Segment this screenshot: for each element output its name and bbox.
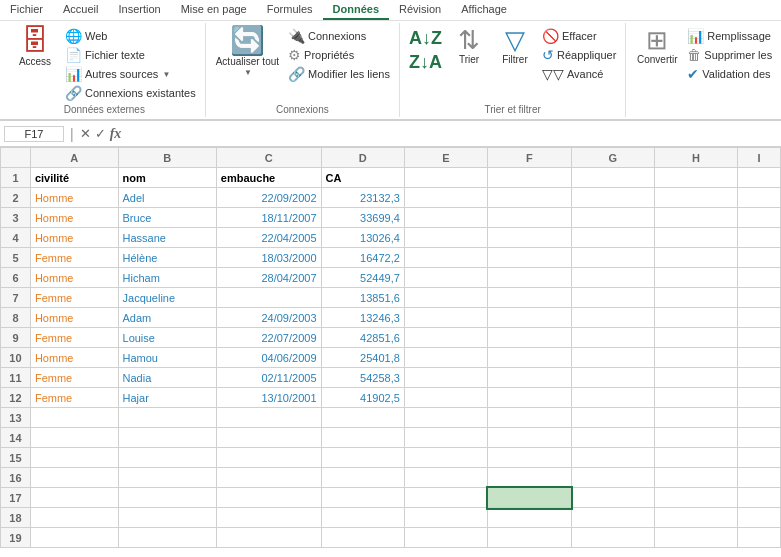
cell-C2[interactable]: 22/09/2002 <box>216 188 321 208</box>
row-header-7[interactable]: 7 <box>1 288 31 308</box>
col-header-G[interactable]: G <box>571 148 654 168</box>
validation-button[interactable]: ✔ Validation des <box>684 65 775 83</box>
cell-F12[interactable] <box>488 388 571 408</box>
cell-D6[interactable]: 52449,7 <box>321 268 404 288</box>
row-header-10[interactable]: 10 <box>1 348 31 368</box>
actualiser-button[interactable]: 🔄 Actualiser tout ▼ <box>212 25 283 79</box>
proprietes-button[interactable]: ⚙ Propriétés <box>285 46 393 64</box>
cell-F3[interactable] <box>488 208 571 228</box>
filtrer-button[interactable]: ▽ Filtrer <box>493 25 537 68</box>
cell-F6[interactable] <box>488 268 571 288</box>
cell-G6[interactable] <box>571 268 654 288</box>
cell-C14[interactable] <box>216 428 321 448</box>
cell-D1[interactable]: CA <box>321 168 404 188</box>
cell-E15[interactable] <box>404 448 487 468</box>
cell-G9[interactable] <box>571 328 654 348</box>
cell-A5[interactable]: Femme <box>30 248 118 268</box>
cell-H10[interactable] <box>654 348 737 368</box>
cell-F7[interactable] <box>488 288 571 308</box>
cell-F18[interactable] <box>488 508 571 528</box>
cell-C9[interactable]: 22/07/2009 <box>216 328 321 348</box>
cell-H8[interactable] <box>654 308 737 328</box>
cell-F15[interactable] <box>488 448 571 468</box>
cell-G12[interactable] <box>571 388 654 408</box>
cell-A10[interactable]: Homme <box>30 348 118 368</box>
access-button[interactable]: 🗄 Access <box>10 25 60 70</box>
cell-B8[interactable]: Adam <box>118 308 216 328</box>
cell-B1[interactable]: nom <box>118 168 216 188</box>
cell-C18[interactable] <box>216 508 321 528</box>
reappliquer-button[interactable]: ↺ Réappliquer <box>539 46 619 64</box>
row-header-12[interactable]: 12 <box>1 388 31 408</box>
cell-G17[interactable] <box>571 488 654 508</box>
cell-B18[interactable] <box>118 508 216 528</box>
cell-I8[interactable] <box>738 308 781 328</box>
cell-A17[interactable] <box>30 488 118 508</box>
effacer-button[interactable]: 🚫 Effacer <box>539 27 619 45</box>
cell-A11[interactable]: Femme <box>30 368 118 388</box>
tab-insertion[interactable]: Insertion <box>108 0 170 20</box>
row-header-2[interactable]: 2 <box>1 188 31 208</box>
cell-I19[interactable] <box>738 528 781 548</box>
cell-I14[interactable] <box>738 428 781 448</box>
cell-I10[interactable] <box>738 348 781 368</box>
tab-affichage[interactable]: Affichage <box>451 0 517 20</box>
cell-I7[interactable] <box>738 288 781 308</box>
cell-G4[interactable] <box>571 228 654 248</box>
cell-D4[interactable]: 13026,4 <box>321 228 404 248</box>
cell-E4[interactable] <box>404 228 487 248</box>
cell-E16[interactable] <box>404 468 487 488</box>
cell-G3[interactable] <box>571 208 654 228</box>
cell-B7[interactable]: Jacqueline <box>118 288 216 308</box>
cell-I6[interactable] <box>738 268 781 288</box>
cancel-formula-icon[interactable]: ✕ <box>80 126 91 141</box>
cell-F19[interactable] <box>488 528 571 548</box>
cell-C13[interactable] <box>216 408 321 428</box>
avance-button[interactable]: ▽▽ Avancé <box>539 65 619 83</box>
confirm-formula-icon[interactable]: ✓ <box>95 126 106 141</box>
cell-B2[interactable]: Adel <box>118 188 216 208</box>
row-header-6[interactable]: 6 <box>1 268 31 288</box>
cell-C12[interactable]: 13/10/2001 <box>216 388 321 408</box>
tab-mise-en-page[interactable]: Mise en page <box>171 0 257 20</box>
cell-H1[interactable] <box>654 168 737 188</box>
cell-B14[interactable] <box>118 428 216 448</box>
cell-F1[interactable] <box>488 168 571 188</box>
cell-I12[interactable] <box>738 388 781 408</box>
row-header-9[interactable]: 9 <box>1 328 31 348</box>
cell-A16[interactable] <box>30 468 118 488</box>
cell-E10[interactable] <box>404 348 487 368</box>
cell-D12[interactable]: 41902,5 <box>321 388 404 408</box>
row-header-15[interactable]: 15 <box>1 448 31 468</box>
spreadsheet-container[interactable]: A B C D E F G H I 1civiliténomembaucheCA… <box>0 147 781 548</box>
cell-C7[interactable] <box>216 288 321 308</box>
cell-F9[interactable] <box>488 328 571 348</box>
cell-A2[interactable]: Homme <box>30 188 118 208</box>
cell-H3[interactable] <box>654 208 737 228</box>
cell-C15[interactable] <box>216 448 321 468</box>
cell-reference[interactable]: F17 <box>4 126 64 142</box>
tab-revision[interactable]: Révision <box>389 0 451 20</box>
cell-C8[interactable]: 24/09/2003 <box>216 308 321 328</box>
cell-D10[interactable]: 25401,8 <box>321 348 404 368</box>
cell-B15[interactable] <box>118 448 216 468</box>
row-header-4[interactable]: 4 <box>1 228 31 248</box>
cell-H19[interactable] <box>654 528 737 548</box>
cell-A3[interactable]: Homme <box>30 208 118 228</box>
cell-E11[interactable] <box>404 368 487 388</box>
cell-E14[interactable] <box>404 428 487 448</box>
trier-button[interactable]: ⇅ Trier <box>447 25 491 68</box>
cell-H4[interactable] <box>654 228 737 248</box>
cell-H14[interactable] <box>654 428 737 448</box>
cell-F17[interactable] <box>488 488 571 508</box>
cell-B6[interactable]: Hicham <box>118 268 216 288</box>
cell-H13[interactable] <box>654 408 737 428</box>
cell-I18[interactable] <box>738 508 781 528</box>
cell-D14[interactable] <box>321 428 404 448</box>
cell-H5[interactable] <box>654 248 737 268</box>
formula-input[interactable] <box>125 128 777 140</box>
cell-C17[interactable] <box>216 488 321 508</box>
trier-az-button[interactable]: A↓Z <box>406 27 445 50</box>
cell-D15[interactable] <box>321 448 404 468</box>
cell-C3[interactable]: 18/11/2007 <box>216 208 321 228</box>
